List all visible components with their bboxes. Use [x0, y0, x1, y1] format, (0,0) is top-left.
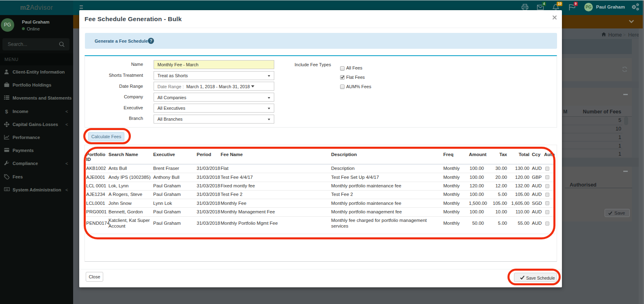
svg-text:$: $	[5, 109, 8, 114]
